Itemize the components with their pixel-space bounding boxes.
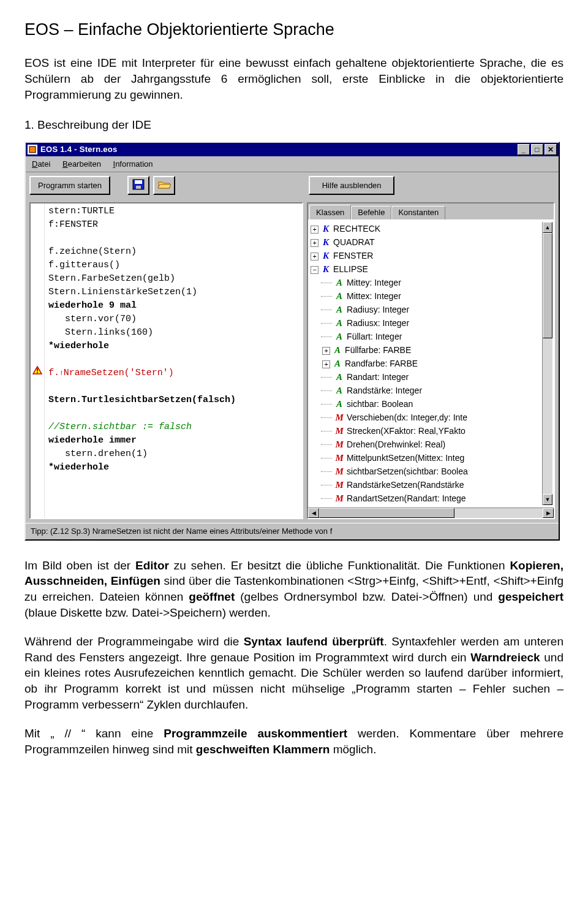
tree-row[interactable]: ARandart: Integer: [309, 370, 542, 384]
method-icon: M: [334, 451, 344, 465]
hscrollbar[interactable]: ◀ ▶: [308, 508, 554, 518]
code-line: *wiederhole: [48, 340, 301, 353]
tree-row[interactable]: ARadiusy: Integer: [309, 303, 542, 316]
help-pane: Klassen Befehle Konstanten +KRECHTECK+KQ…: [307, 202, 555, 520]
maximize-button[interactable]: □: [531, 144, 543, 155]
expand-icon[interactable]: +: [311, 253, 318, 260]
expand-icon[interactable]: +: [322, 360, 330, 368]
app-icon: [28, 145, 37, 154]
code-line: Stern.FarbeSetzen(gelb): [48, 272, 301, 286]
code-line: [48, 380, 301, 393]
tree-label: ELLIPSE: [333, 264, 368, 274]
tree-row[interactable]: MDrehen(Drehwinkel: Real): [309, 438, 542, 451]
class-tree[interactable]: +KRECHTECK+KQUADRAT+KFENSTER−KELLIPSEAMi…: [309, 222, 542, 505]
scroll-left-icon[interactable]: ◀: [308, 508, 319, 518]
close-button[interactable]: ✕: [545, 144, 557, 155]
attribute-icon: A: [333, 357, 342, 370]
tree-label: Radiusy: Integer: [347, 305, 409, 314]
expand-icon[interactable]: +: [311, 239, 318, 247]
tree-row[interactable]: −KELLIPSE: [309, 262, 542, 276]
open-button[interactable]: [153, 176, 175, 195]
scroll-down-icon[interactable]: ▼: [543, 494, 552, 505]
svg-rect-2: [135, 180, 142, 184]
tree-row[interactable]: MVerschieben(dx: Integer,dy: Inte: [309, 411, 542, 424]
code-area[interactable]: stern:TURTLEf:FENSTER f.zeichne(Stern)f.…: [45, 203, 302, 519]
tree-label: Füllfarbe: FARBE: [345, 345, 411, 355]
tab-konstanten[interactable]: Konstanten: [391, 206, 445, 220]
menu-bearbeiten[interactable]: Bearbeiten: [58, 158, 106, 171]
run-button[interactable]: Programm starten: [29, 176, 110, 195]
tree-row[interactable]: ARandstärke: Integer: [309, 384, 542, 397]
expand-icon[interactable]: −: [311, 266, 318, 274]
code-line: stern.drehen(1): [48, 447, 301, 461]
code-line: Stern.TurtlesichtbarSetzen(falsch): [48, 393, 301, 407]
code-line: f.!NrameSetzen('Stern'): [48, 367, 301, 380]
tree-row[interactable]: AFüllart: Integer: [309, 330, 542, 343]
tree-label: RandartSetzen(Randart: Intege: [347, 493, 466, 503]
tree-row[interactable]: +AFüllfarbe: FARBE: [309, 343, 542, 357]
method-icon: M: [334, 492, 344, 505]
tab-befehle[interactable]: Befehle: [351, 206, 391, 220]
menu-datei[interactable]: Datei: [27, 158, 55, 171]
tree-row[interactable]: AMittex: Integer: [309, 289, 542, 303]
tree-row[interactable]: +ARandfarbe: FARBE: [309, 357, 542, 370]
tree-row[interactable]: MsichtbarSetzen(sichtbar: Boolea: [309, 465, 542, 478]
tree-row[interactable]: +KFENSTER: [309, 249, 542, 262]
tree-label: Verschieben(dx: Integer,dy: Inte: [347, 412, 467, 422]
attribute-icon: A: [334, 316, 344, 330]
code-line: *wiederhole: [48, 461, 301, 474]
code-line: stern.vor(70): [48, 313, 301, 326]
svg-rect-4: [37, 368, 38, 371]
code-line: f.gitteraus(): [48, 259, 301, 272]
expand-icon[interactable]: +: [322, 347, 330, 355]
vscrollbar[interactable]: ▲ ▼: [542, 222, 552, 505]
svg-rect-0: [29, 146, 36, 153]
tree-row[interactable]: MRandstärkeSetzen(Randstärke: [309, 478, 542, 492]
warning-icon: [32, 365, 43, 375]
tree-row[interactable]: MMittelpunktSetzen(Mittex: Integ: [309, 451, 542, 465]
gutter: [31, 203, 45, 519]
attribute-icon: A: [334, 330, 344, 343]
attribute-icon: A: [334, 303, 344, 316]
scroll-right-icon[interactable]: ▶: [543, 508, 554, 518]
svg-rect-3: [136, 186, 141, 189]
hscroll-thumb[interactable]: [319, 508, 454, 518]
expand-icon[interactable]: +: [311, 226, 318, 234]
method-icon: M: [334, 438, 344, 451]
scroll-up-icon[interactable]: ▲: [543, 222, 552, 233]
scroll-thumb[interactable]: [543, 233, 552, 338]
tab-klassen[interactable]: Klassen: [309, 205, 351, 220]
code-line: stern:TURTLE: [48, 205, 301, 218]
menu-information[interactable]: Information: [108, 158, 158, 171]
titlebar[interactable]: EOS 1.4 - Stern.eos _ □ ✕: [26, 143, 559, 156]
tree-label: FENSTER: [333, 251, 373, 260]
attribute-icon: A: [334, 289, 344, 303]
tree-label: QUADRAT: [333, 237, 374, 247]
tree-row[interactable]: +KRECHTECK: [309, 222, 542, 235]
help-toggle-button[interactable]: Hilfe ausblenden: [309, 176, 394, 195]
code-line: wiederhole immer: [48, 434, 301, 447]
attribute-icon: A: [334, 276, 344, 289]
code-line: [48, 353, 301, 367]
section-heading-1: 1. Beschreibung der IDE: [24, 117, 564, 133]
class-icon: K: [321, 249, 331, 262]
method-icon: M: [334, 478, 344, 492]
minimize-button[interactable]: _: [518, 144, 530, 155]
tree-label: Drehen(Drehwinkel: Real): [347, 439, 445, 449]
paragraph-comment: Mit „ // “ kann eine Programmzeile ausko…: [24, 726, 564, 757]
tree-label: RECHTECK: [333, 224, 380, 234]
tree-row[interactable]: MStrecken(XFaktor: Real,YFakto: [309, 424, 542, 438]
tree-row[interactable]: +KQUADRAT: [309, 235, 542, 249]
save-button[interactable]: [127, 176, 149, 195]
tree-row[interactable]: ARadiusx: Integer: [309, 316, 542, 330]
code-line: Stern.links(160): [48, 326, 301, 340]
svg-rect-5: [37, 372, 38, 373]
tree-label: Randfarbe: FARBE: [345, 359, 418, 368]
tree-row[interactable]: MRandartSetzen(Randart: Intege: [309, 492, 542, 505]
intro-paragraph: EOS ist eine IDE mit Interpreter für ein…: [24, 55, 564, 102]
tree-label: MittelpunktSetzen(Mittex: Integ: [347, 453, 464, 463]
tree-label: Randstärke: Integer: [347, 386, 422, 395]
attribute-icon: A: [334, 397, 344, 411]
tree-row[interactable]: Asichtbar: Boolean: [309, 397, 542, 411]
tree-row[interactable]: AMittey: Integer: [309, 276, 542, 289]
